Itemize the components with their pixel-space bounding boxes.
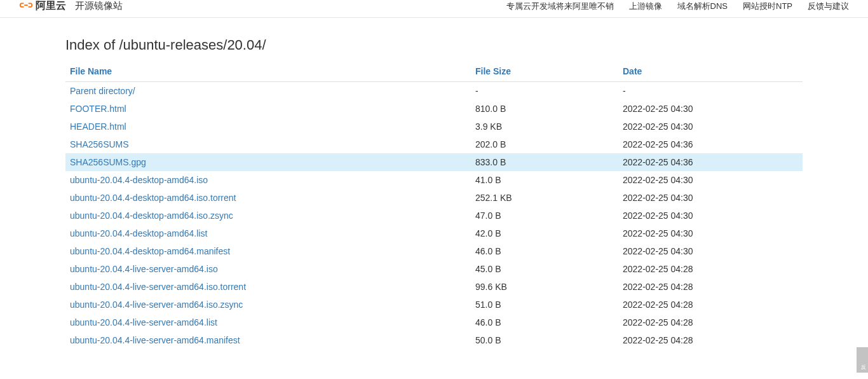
file-name-cell: ubuntu-20.04.4-live-server-amd64.iso.tor…: [65, 278, 471, 296]
file-date-cell: 2022-02-25 04:30: [618, 100, 803, 118]
file-size-cell: 45.0 B: [471, 260, 618, 278]
nav-link-2[interactable]: 域名解析DNS: [677, 1, 728, 12]
page-title: Index of /ubuntu-releases/20.04/: [65, 37, 803, 53]
site-name: 开源镜像站: [75, 0, 123, 12]
file-link[interactable]: ubuntu-20.04.4-desktop-amd64.iso.torrent: [70, 193, 236, 203]
feedback-widget[interactable]: 反: [857, 347, 868, 368]
file-date-cell: 2022-02-25 04:36: [618, 153, 803, 171]
file-name-cell: HEADER.html: [65, 118, 471, 135]
file-size-cell: 46.0 B: [471, 314, 618, 331]
file-date-cell: 2022-02-25 04:28: [618, 314, 803, 331]
file-name-cell: ubuntu-20.04.4-live-server-amd64.manifes…: [65, 331, 471, 349]
file-date-cell: -: [618, 82, 803, 100]
file-name-cell: FOOTER.html: [65, 100, 471, 118]
topbar-nav: 专属云开发域将来阿里唯不销 上游镜像 域名解析DNS 网站授时NTP 反馈与建议: [506, 1, 849, 12]
nav-link-4[interactable]: 反馈与建议: [808, 1, 849, 12]
file-name-cell: ubuntu-20.04.4-desktop-amd64.iso.zsync: [65, 207, 471, 224]
aliyun-logo-icon: [19, 0, 33, 13]
col-header-size[interactable]: File Size: [471, 61, 618, 82]
file-link[interactable]: ubuntu-20.04.4-desktop-amd64.list: [70, 228, 207, 238]
table-row: ubuntu-20.04.4-desktop-amd64.list42.0 B2…: [65, 224, 803, 242]
topbar: 阿里云 开源镜像站 专属云开发域将来阿里唯不销 上游镜像 域名解析DNS 网站授…: [0, 0, 868, 18]
file-name-cell: ubuntu-20.04.4-live-server-amd64.iso.zsy…: [65, 296, 471, 314]
file-date-cell: 2022-02-25 04:30: [618, 207, 803, 224]
file-date-cell: 2022-02-25 04:30: [618, 118, 803, 135]
file-name-cell: SHA256SUMS.gpg: [65, 153, 471, 171]
file-date-cell: 2022-02-25 04:30: [618, 224, 803, 242]
file-size-cell: -: [471, 82, 618, 100]
table-row: HEADER.html3.9 KB2022-02-25 04:30: [65, 118, 803, 135]
file-date-cell: 2022-02-25 04:28: [618, 278, 803, 296]
table-row: ubuntu-20.04.4-live-server-amd64.iso.zsy…: [65, 296, 803, 314]
table-row: ubuntu-20.04.4-live-server-amd64.iso.tor…: [65, 278, 803, 296]
file-table: File Name File Size Date Parent director…: [65, 61, 803, 349]
file-size-cell: 99.6 KB: [471, 278, 618, 296]
file-size-cell: 41.0 B: [471, 171, 618, 189]
file-name-cell: SHA256SUMS: [65, 135, 471, 153]
col-header-date[interactable]: Date: [618, 61, 803, 82]
col-header-name[interactable]: File Name: [65, 61, 471, 82]
file-date-cell: 2022-02-25 04:28: [618, 331, 803, 349]
file-size-cell: 47.0 B: [471, 207, 618, 224]
file-link[interactable]: ubuntu-20.04.4-live-server-amd64.iso.zsy…: [70, 300, 243, 310]
file-link[interactable]: ubuntu-20.04.4-desktop-amd64.iso.zsync: [70, 210, 233, 221]
table-row: ubuntu-20.04.4-desktop-amd64.iso41.0 B20…: [65, 171, 803, 189]
topbar-left: 阿里云 开源镜像站: [19, 0, 123, 13]
file-link[interactable]: ubuntu-20.04.4-desktop-amd64.iso: [70, 175, 208, 185]
table-row: ubuntu-20.04.4-live-server-amd64.iso45.0…: [65, 260, 803, 278]
file-size-cell: 50.0 B: [471, 331, 618, 349]
file-link[interactable]: SHA256SUMS.gpg: [70, 157, 146, 167]
file-link[interactable]: ubuntu-20.04.4-live-server-amd64.iso: [70, 264, 218, 274]
file-link[interactable]: ubuntu-20.04.4-live-server-amd64.iso.tor…: [70, 282, 246, 292]
file-size-cell: 42.0 B: [471, 224, 618, 242]
table-row: ubuntu-20.04.4-live-server-amd64.list46.…: [65, 314, 803, 331]
file-date-cell: 2022-02-25 04:28: [618, 296, 803, 314]
file-link[interactable]: FOOTER.html: [70, 104, 126, 114]
file-date-cell: 2022-02-25 04:36: [618, 135, 803, 153]
table-row: SHA256SUMS.gpg833.0 B2022-02-25 04:36: [65, 153, 803, 171]
file-size-cell: 810.0 B: [471, 100, 618, 118]
file-date-cell: 2022-02-25 04:28: [618, 260, 803, 278]
file-name-cell: ubuntu-20.04.4-live-server-amd64.list: [65, 314, 471, 331]
logo[interactable]: 阿里云: [19, 0, 66, 13]
table-row: ubuntu-20.04.4-desktop-amd64.iso.zsync47…: [65, 207, 803, 224]
table-header-row: File Name File Size Date: [65, 61, 803, 82]
file-name-cell: ubuntu-20.04.4-desktop-amd64.iso.torrent: [65, 189, 471, 207]
file-size-cell: 833.0 B: [471, 153, 618, 171]
file-link[interactable]: SHA256SUMS: [70, 139, 129, 149]
file-name-cell: ubuntu-20.04.4-desktop-amd64.iso: [65, 171, 471, 189]
table-row: ubuntu-20.04.4-live-server-amd64.manifes…: [65, 331, 803, 349]
file-name-cell: ubuntu-20.04.4-desktop-amd64.manifest: [65, 242, 471, 260]
file-size-cell: 3.9 KB: [471, 118, 618, 135]
nav-link-3[interactable]: 网站授时NTP: [743, 1, 792, 12]
nav-link-1[interactable]: 上游镜像: [629, 1, 662, 12]
file-name-cell: ubuntu-20.04.4-live-server-amd64.iso: [65, 260, 471, 278]
file-link[interactable]: HEADER.html: [70, 121, 126, 132]
file-link[interactable]: ubuntu-20.04.4-live-server-amd64.manifes…: [70, 335, 240, 345]
file-name-cell: Parent directory/: [65, 82, 471, 100]
file-date-cell: 2022-02-25 04:30: [618, 171, 803, 189]
table-row: ubuntu-20.04.4-desktop-amd64.manifest46.…: [65, 242, 803, 260]
nav-link-0[interactable]: 专属云开发域将来阿里唯不销: [506, 1, 614, 12]
file-date-cell: 2022-02-25 04:30: [618, 189, 803, 207]
file-link[interactable]: ubuntu-20.04.4-live-server-amd64.list: [70, 317, 217, 327]
content: Index of /ubuntu-releases/20.04/ File Na…: [53, 18, 815, 368]
file-name-cell: ubuntu-20.04.4-desktop-amd64.list: [65, 224, 471, 242]
table-row: Parent directory/--: [65, 82, 803, 100]
file-date-cell: 2022-02-25 04:30: [618, 242, 803, 260]
table-row: FOOTER.html810.0 B2022-02-25 04:30: [65, 100, 803, 118]
table-row: ubuntu-20.04.4-desktop-amd64.iso.torrent…: [65, 189, 803, 207]
table-row: SHA256SUMS202.0 B2022-02-25 04:36: [65, 135, 803, 153]
file-link[interactable]: ubuntu-20.04.4-desktop-amd64.manifest: [70, 246, 230, 256]
file-size-cell: 252.1 KB: [471, 189, 618, 207]
file-size-cell: 51.0 B: [471, 296, 618, 314]
file-link[interactable]: Parent directory/: [70, 86, 135, 96]
logo-text: 阿里云: [36, 0, 66, 13]
file-size-cell: 46.0 B: [471, 242, 618, 260]
file-size-cell: 202.0 B: [471, 135, 618, 153]
